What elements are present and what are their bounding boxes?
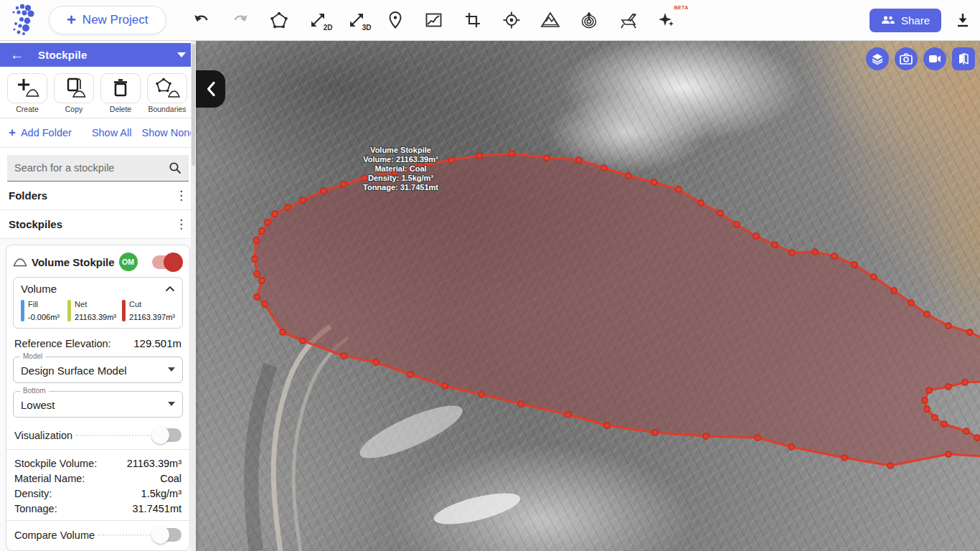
- search-icon[interactable]: [169, 161, 182, 174]
- compare-view-button[interactable]: [952, 47, 975, 70]
- delete-button[interactable]: Delete: [100, 73, 141, 113]
- haul-road: [293, 338, 348, 551]
- measure-2d-icon[interactable]: 2D: [307, 8, 329, 32]
- boundaries-icon: [147, 73, 187, 103]
- folders-section-header[interactable]: Folders ⋮: [0, 182, 196, 210]
- model-select[interactable]: Model Design Surface Model: [13, 357, 183, 383]
- stockpile-volume-label: Stockpile Volume:: [14, 458, 97, 469]
- show-all-button[interactable]: Show All: [92, 127, 132, 138]
- bottom-select-label: Bottom: [20, 387, 49, 395]
- location-pin-icon[interactable]: [385, 8, 406, 32]
- fill-label: Fill: [28, 300, 60, 309]
- haul-road: [273, 326, 331, 551]
- density-value: 1.5kg/m³: [141, 488, 182, 499]
- stockpile-visibility-toggle[interactable]: [152, 255, 181, 269]
- show-none-button[interactable]: Show None: [142, 127, 196, 138]
- stockpile-card: Volume Stokpile OM ⋮ Volume Fill-0.006m³: [6, 245, 190, 551]
- volume-stats: Fill-0.006m³ Net21163.39m³ Cut21163.397m…: [21, 300, 175, 321]
- net-value: 21163.39m³: [75, 313, 116, 321]
- kebab-menu-icon[interactable]: ⋮: [175, 220, 187, 229]
- sidebar-scrollbar[interactable]: [191, 41, 196, 551]
- cut-value: 21163.397m³: [129, 313, 175, 321]
- create-button[interactable]: Create: [7, 73, 47, 113]
- chevron-up-icon[interactable]: [165, 286, 175, 292]
- beta-badge: BETA: [674, 5, 689, 10]
- cut-color-bar: [122, 300, 126, 321]
- stockpile-sidebar: ← Stockpile Create Copy Delete: [0, 41, 196, 551]
- add-folder-button[interactable]: + Add Folder: [9, 126, 72, 140]
- search-box: [7, 155, 189, 182]
- visualization-row: Visualization: [13, 425, 183, 449]
- stockpile-volume-value: 21163.39m³: [127, 458, 182, 469]
- compare-volume-label: Compare Volume: [14, 529, 95, 541]
- back-arrow-icon[interactable]: ←: [10, 47, 24, 63]
- bright-terrain-patch: [431, 486, 523, 530]
- folders-label: Folders: [9, 189, 47, 202]
- plus-icon: +: [9, 126, 16, 140]
- measure-2d-label: 2D: [324, 24, 333, 32]
- sidebar-collapse-button[interactable]: [196, 70, 225, 108]
- fill-stat: Fill-0.006m³: [21, 300, 62, 321]
- bright-terrain-patch: [354, 396, 468, 468]
- screenshot-button[interactable]: [895, 47, 918, 70]
- measure-3d-label: 3D: [362, 24, 372, 32]
- kebab-menu-icon[interactable]: ⋮: [175, 192, 187, 200]
- terrain-icon[interactable]: [540, 8, 561, 32]
- plus-icon: +: [67, 15, 76, 25]
- ai-sparkle-icon[interactable]: BETA: [656, 8, 677, 32]
- stockpile-name: Volume Stokpile: [32, 256, 115, 268]
- visualization-label: Visualization: [14, 430, 72, 441]
- record-video-button[interactable]: [923, 47, 946, 70]
- boundaries-button[interactable]: Boundaries: [147, 73, 187, 113]
- target-icon[interactable]: [501, 8, 522, 32]
- add-folder-label: Add Folder: [21, 127, 72, 138]
- share-button[interactable]: Share: [870, 9, 941, 32]
- search-input[interactable]: [14, 162, 169, 174]
- measure-3d-icon[interactable]: 3D: [346, 8, 367, 32]
- density-row: Density: 1.5kg/m³: [14, 486, 182, 501]
- boundaries-label: Boundaries: [148, 105, 186, 113]
- chevron-down-icon: [168, 402, 175, 406]
- create-label: Create: [16, 105, 39, 113]
- stockpile-volume-row: Stockpile Volume: 21163.39m³: [14, 456, 182, 471]
- copy-button[interactable]: Copy: [54, 73, 94, 113]
- new-project-label: New Project: [83, 13, 149, 27]
- reference-elevation-value: 129.501m: [133, 337, 182, 349]
- dotted-leader: [98, 534, 150, 536]
- undo-icon[interactable]: [191, 8, 212, 32]
- contour-icon[interactable]: [578, 8, 600, 32]
- stockpile-details: Stockpile Volume: 21163.39m³ Material Na…: [13, 450, 183, 520]
- fill-value: -0.006m³: [28, 313, 60, 321]
- tonnage-value: 31.7451mt: [132, 503, 182, 514]
- delete-label: Delete: [110, 105, 131, 113]
- density-label: Density:: [14, 488, 52, 499]
- elevation-profile-icon[interactable]: [423, 8, 445, 32]
- cross-section-tool-icon[interactable]: [617, 8, 639, 32]
- stockpile-polygon[interactable]: [255, 154, 980, 466]
- visualization-toggle[interactable]: [153, 428, 182, 442]
- bottom-select[interactable]: Bottom Lowest: [13, 391, 183, 418]
- tool-strip: 2D 3D BETA: [191, 8, 677, 32]
- bottom-select-value: Lowest: [21, 399, 55, 411]
- create-stockpile-icon: [7, 73, 47, 103]
- download-icon[interactable]: [956, 12, 970, 28]
- stockpiles-section-header[interactable]: Stockpiles ⋮: [0, 210, 196, 239]
- crop-icon[interactable]: [462, 8, 484, 32]
- chevron-down-icon[interactable]: [177, 52, 186, 57]
- material-name-row: Material Name: Coal: [14, 471, 182, 486]
- measurement-overlay: [196, 41, 980, 551]
- new-project-button[interactable]: + New Project: [49, 6, 166, 34]
- redo-icon[interactable]: [230, 8, 251, 32]
- tonnage-label: Tonnage:: [14, 503, 57, 514]
- polygon-tool-icon[interactable]: [268, 8, 290, 32]
- reference-elevation-label: Reference Elevation:: [14, 338, 111, 349]
- road-shadow: [251, 365, 270, 551]
- compare-volume-toggle[interactable]: [153, 528, 182, 542]
- net-color-bar: [67, 300, 71, 321]
- video-camera-icon: [928, 54, 941, 64]
- status-badge: OM: [119, 253, 138, 271]
- tonnage-row: Tonnage: 31.7451mt: [14, 501, 182, 516]
- cut-stat: Cut21163.397m³: [122, 300, 175, 321]
- layers-button[interactable]: [866, 47, 889, 70]
- top-toolbar: + New Project 2D 3D: [0, 0, 980, 41]
